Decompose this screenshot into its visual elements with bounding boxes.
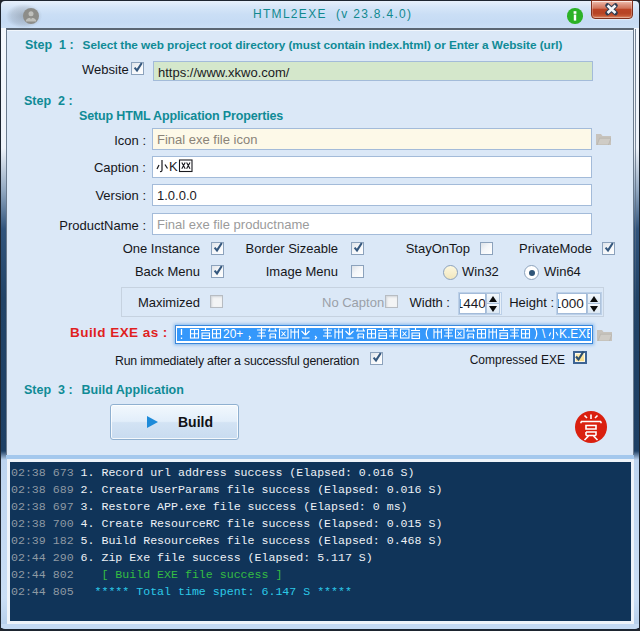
svg-text:K.EXE: K.EXE xyxy=(559,327,590,341)
svg-text:K: K xyxy=(169,159,178,174)
svg-text:20+: 20+ xyxy=(223,327,243,341)
svg-text:\: \ xyxy=(542,327,546,341)
